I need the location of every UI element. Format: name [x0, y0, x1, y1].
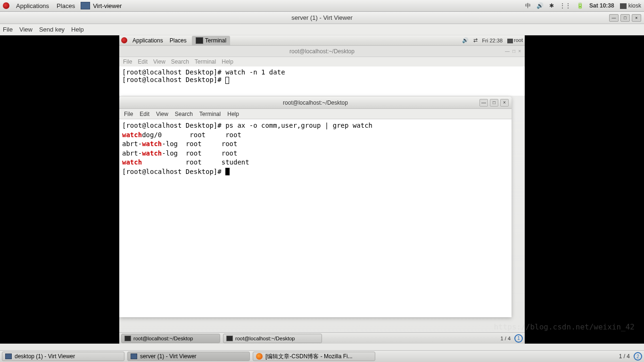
bg-menu-view[interactable]: View	[153, 58, 165, 65]
minimize-button[interactable]: —	[609, 14, 619, 22]
fg-menu-edit[interactable]: Edit	[140, 111, 149, 117]
virt-viewer-title: server (1) - Virt Viewer	[291, 14, 353, 21]
bg-menu-edit[interactable]: Edit	[138, 58, 148, 65]
terminal-icon	[226, 336, 233, 341]
vv-menu-sendkey[interactable]: Send key	[39, 26, 65, 33]
guest-active-app[interactable]: Terminal	[192, 36, 230, 45]
terminal-window-background[interactable]: root@localhost:~/Desktop — □ × File Edit…	[119, 46, 525, 96]
bg-terminal-title: root@localhost:~/Desktop	[289, 48, 355, 55]
guest-volume-icon[interactable]: 🔊	[462, 37, 469, 43]
firefox-icon	[256, 353, 263, 360]
fg-menu-help[interactable]: Help	[227, 111, 239, 117]
vv-menu-help[interactable]: Help	[71, 26, 84, 33]
guest-tray: 🔊 ⇄ Fri 22:38 root	[462, 37, 523, 43]
terminal-icon	[124, 336, 131, 341]
host-clock[interactable]: Sat 10:38	[589, 2, 614, 9]
input-method-icon[interactable]: 中	[525, 2, 531, 10]
host-bottom-taskbar: desktop (1) - Virt Viewer server (1) - V…	[0, 350, 644, 362]
virt-viewer-icon	[5, 354, 12, 359]
virt-viewer-titlebar[interactable]: server (1) - Virt Viewer — □ ×	[0, 12, 644, 24]
maximize-button[interactable]: □	[620, 14, 630, 22]
guest-applications-menu[interactable]: Applications	[129, 37, 166, 44]
guest-viewport: Applications Places Terminal 🔊 ⇄ Fri 22:…	[0, 35, 644, 344]
monitor-icon	[507, 39, 513, 43]
guest-taskbar-item-label: root@localhost:~/Desktop	[133, 336, 193, 341]
wifi-icon[interactable]: ⋮⋮	[560, 2, 571, 9]
cursor-outline-icon	[225, 77, 229, 84]
bg-menu-search[interactable]: Search	[171, 58, 189, 65]
host-taskbar-item-3[interactable]: [编辑文章-CSDN博客 - Mozilla Fi...	[253, 352, 375, 361]
host-taskbar-item-label: [编辑文章-CSDN博客 - Mozilla Fi...	[265, 353, 353, 361]
fg-terminal-title: root@localhost:~/Desktop	[283, 99, 348, 106]
host-top-panel: Applications Places Virt-viewer 中 🔊 ✱ ⋮⋮…	[0, 0, 644, 12]
host-taskbar-item-label: desktop (1) - Virt Viewer	[15, 353, 75, 360]
fg-menu-search[interactable]: Search	[175, 111, 193, 117]
host-user[interactable]: kiosk	[620, 2, 641, 9]
fg-terminal-titlebar[interactable]: root@localhost:~/Desktop — □ ×	[119, 97, 512, 109]
virt-viewer-icon	[81, 2, 90, 9]
guest-active-app-label: Terminal	[205, 37, 226, 44]
fg-maximize-button[interactable]: □	[490, 99, 498, 107]
bg-terminal-titlebar[interactable]: root@localhost:~/Desktop — □ ×	[119, 46, 525, 57]
guest-redhat-icon	[121, 37, 127, 43]
bg-terminal-menubar: File Edit View Search Terminal Help	[119, 57, 525, 66]
bg-maximize-button[interactable]: □	[512, 49, 515, 54]
bluetooth-icon[interactable]: ✱	[549, 2, 554, 9]
guest-workspace-indicator[interactable]: 1 / 4	[501, 336, 511, 341]
vv-menu-view[interactable]: View	[19, 26, 33, 33]
terminal-icon	[196, 37, 203, 44]
host-taskbar-item-2[interactable]: server (1) - Virt Viewer	[127, 352, 250, 361]
host-workspace-bubble[interactable]: 2	[634, 352, 642, 361]
host-active-app-label: Virt-viewer	[93, 2, 122, 9]
host-taskbar-item-1[interactable]: desktop (1) - Virt Viewer	[2, 352, 124, 361]
guest-desktop[interactable]: Applications Places Terminal 🔊 ⇄ Fri 22:…	[119, 35, 525, 344]
virt-viewer-menubar: File View Send key Help	[0, 24, 644, 35]
virt-viewer-icon	[131, 354, 137, 359]
guest-bottom-taskbar: root@localhost:~/Desktop root@localhost:…	[119, 332, 525, 344]
cursor-block-icon	[225, 168, 230, 175]
redhat-icon	[3, 2, 9, 9]
host-applications-menu[interactable]: Applications	[12, 2, 53, 9]
fg-menu-view[interactable]: View	[156, 111, 168, 117]
host-active-app[interactable]: Virt-viewer	[81, 2, 122, 9]
close-button[interactable]: ×	[632, 14, 641, 22]
guest-network-icon[interactable]: ⇄	[473, 37, 478, 43]
bg-minimize-button[interactable]: —	[505, 49, 510, 54]
bg-menu-file[interactable]: File	[123, 58, 132, 65]
virt-viewer-window: server (1) - Virt Viewer — □ × File View…	[0, 12, 644, 350]
host-tray: 中 🔊 ✱ ⋮⋮ 🔋 Sat 10:38 kiosk	[525, 2, 641, 10]
bg-close-button[interactable]: ×	[518, 49, 521, 54]
fg-terminal-menubar: File Edit View Search Terminal Help	[119, 109, 512, 119]
bg-terminal-output[interactable]: [root@localhost Desktop]# watch -n 1 dat…	[119, 66, 525, 96]
bg-menu-help[interactable]: Help	[222, 58, 233, 65]
fg-minimize-button[interactable]: —	[479, 99, 488, 107]
guest-taskbar-item-1[interactable]: root@localhost:~/Desktop	[121, 334, 220, 343]
fg-menu-terminal[interactable]: Terminal	[199, 111, 221, 117]
host-places-menu[interactable]: Places	[53, 2, 79, 9]
vv-menu-file[interactable]: File	[3, 26, 13, 33]
guest-taskbar-item-2[interactable]: root@localhost:~/Desktop	[223, 334, 322, 343]
guest-taskbar-item-label: root@localhost:~/Desktop	[235, 336, 295, 341]
guest-clock[interactable]: Fri 22:38	[482, 38, 503, 43]
guest-top-panel: Applications Places Terminal 🔊 ⇄ Fri 22:…	[119, 35, 525, 46]
guest-user[interactable]: root	[507, 37, 523, 43]
fg-close-button[interactable]: ×	[500, 99, 509, 107]
fg-terminal-output[interactable]: [root@localhost Desktop]# ps ax -o comm,…	[119, 119, 512, 317]
fg-menu-file[interactable]: File	[124, 111, 133, 117]
host-workspace-indicator[interactable]: 1 / 4	[619, 353, 630, 360]
guest-places-menu[interactable]: Places	[166, 37, 190, 44]
terminal-window-foreground[interactable]: root@localhost:~/Desktop — □ × File Edit…	[119, 97, 512, 317]
bg-menu-terminal[interactable]: Terminal	[195, 58, 216, 65]
host-taskbar-item-label: server (1) - Virt Viewer	[140, 353, 197, 360]
volume-icon[interactable]: 🔊	[537, 2, 544, 9]
guest-workspace-bubble[interactable]: 1	[514, 334, 523, 343]
battery-icon[interactable]: 🔋	[577, 2, 584, 9]
monitor-icon	[620, 3, 627, 9]
